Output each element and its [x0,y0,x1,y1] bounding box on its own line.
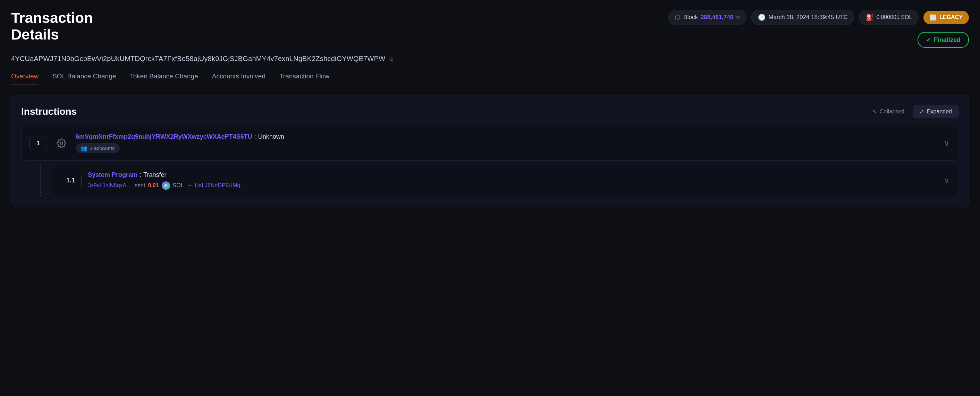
tx-hash-copy-icon[interactable]: ⧉ [389,55,393,62]
svg-point-0 [60,142,63,144]
instructions-header: Instructions ⤡ Collapsed ⤢ Expanded [21,105,959,118]
tab-bar: Overview SOL Balance Change Token Balanc… [11,73,969,85]
instruction-main-1: 6mVqmNnrFfxmp2q9nuhjYRWX2RyWXwzycWXAePT4… [76,133,936,141]
instruction-chevron-1-1[interactable]: ∨ [942,175,951,187]
block-copy-icon[interactable]: ⧉ [736,14,740,21]
page-header: Transaction Details ⬡ Block 288,481,740 … [11,10,969,48]
sol-token-icon: ◎ [162,181,170,190]
timestamp-value: March 28, 2024 18:39:45 UTC [768,14,848,21]
tab-accounts-involved[interactable]: Accounts Involved [212,73,266,85]
program-icon-1 [53,135,69,151]
program-name-1-1[interactable]: System Program [88,171,137,179]
instruction-type-1: Unknown [258,133,284,141]
nested-wrapper: 1.1 System Program : Transfer 3z9vL1zjN6… [52,164,959,197]
instructions-panel: Instructions ⤡ Collapsed ⤢ Expanded 1 6m… [11,95,969,207]
view-toggle: ⤡ Collapsed ⤢ Expanded [865,105,959,118]
instruction-sub-1-1: 3z9vL1zjN6qyA… sent 0.01 ◎ SOL → HsLJ6Nn… [88,181,936,190]
gas-icon: ⛽ [866,14,873,21]
block-number: 288,481,740 [701,14,733,21]
collapsed-toggle-btn[interactable]: ⤡ Collapsed [865,105,911,118]
tab-sol-balance[interactable]: SOL Balance Change [52,73,116,85]
block-icon: ⬡ [675,14,681,21]
expanded-toggle-btn[interactable]: ⤢ Expanded [913,105,959,118]
token-name: SOL [173,182,184,188]
check-icon: ✓ [926,36,931,44]
accounts-chip-1: 👥 3 accounts [76,143,936,153]
instruction-row-1: 1 6mVqmNnrFfxmp2q9nuhjYRWX2RyWXwzycWXAeP… [21,126,959,160]
fee-badge: ⛽ 0.000005 SOL [859,10,919,25]
fee-value: 0.000005 SOL [876,14,912,21]
tx-hash-value: 4YCUaAPWJ71N9bGcbEwVi2pUkUMTDQrckTA7FxfB… [11,55,385,63]
clock-icon: 🕐 [758,14,765,21]
collapsed-label: Collapsed [880,109,904,115]
instruction-index-1-1: 1.1 [60,174,81,187]
instruction-row-1-1: 1.1 System Program : Transfer 3z9vL1zjN6… [52,164,959,197]
transfer-amount: 0.01 [148,182,159,188]
tab-token-balance[interactable]: Token Balance Change [130,73,198,85]
type-label: LEGACY [939,14,963,21]
instruction-content-1: 6mVqmNnrFfxmp2q9nuhjYRWX2RyWXwzycWXAePT4… [76,133,936,153]
arrow-label: → [187,182,192,188]
instruction-content-1-1: System Program : Transfer 3z9vL1zjN6qyA…… [88,171,936,190]
type-badge: ⬜ LEGACY [923,11,969,24]
block-badge: ⬡ Block 288,481,740 ⧉ [668,10,746,25]
instruction-colon-1: : [255,133,256,141]
accounts-count-1: 3 accounts [89,145,115,151]
instruction-type-1-1: Transfer [143,171,166,179]
connector-horizontal [40,181,52,181]
sent-label: sent [135,182,145,188]
collapse-icon: ⤡ [872,109,877,115]
accounts-icon: 👥 [81,145,88,152]
page-title-block: Transaction Details [11,10,93,43]
expand-icon: ⤢ [920,109,924,115]
to-address[interactable]: HsLJ6NnDP9UMg… [195,182,246,188]
instruction-colon-1-1: : [140,171,141,179]
program-address-1[interactable]: 6mVqmNnrFfxmp2q9nuhjYRWX2RyWXwzycWXAePT4… [76,133,252,141]
instruction-main-1-1: System Program : Transfer [88,171,936,179]
expanded-label: Expanded [927,109,952,115]
legacy-icon: ⬜ [930,14,937,21]
instruction-chevron-1[interactable]: ∨ [942,137,951,149]
instructions-title: Instructions [21,106,77,117]
timestamp-badge: 🕐 March 28, 2024 18:39:45 UTC [751,10,854,25]
status-label: Finalized [934,36,961,44]
tab-transaction-flow[interactable]: Transaction Flow [279,73,329,85]
from-address[interactable]: 3z9vL1zjN6qyA… [88,182,132,188]
tab-overview[interactable]: Overview [11,73,38,85]
status-badge: ✓ Finalized [918,32,969,48]
page-title: Transaction Details [11,10,93,43]
tx-hash-row: 4YCUaAPWJ71N9bGcbEwVi2pUkUMTDQrckTA7FxfB… [11,55,969,63]
instruction-index-1: 1 [29,136,47,150]
